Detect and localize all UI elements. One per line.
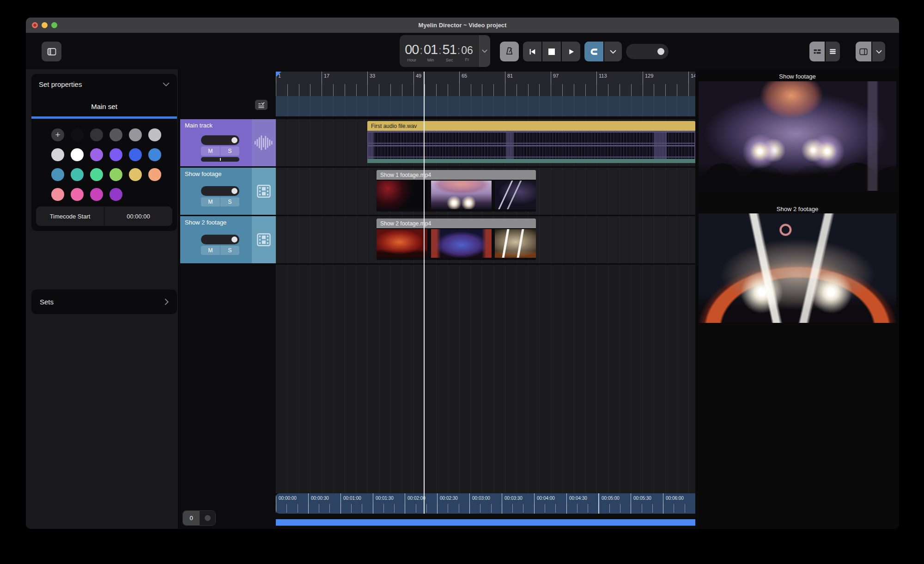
time-ruler[interactable]: 00:00:00 00:00:30 00:01:00 00:01:30 00:0… [276, 493, 695, 514]
video-thumbnail [495, 229, 536, 258]
film-icon [255, 231, 272, 248]
waveform-quiet-gap [367, 131, 374, 159]
preview-panel: Show footage Show 2 footage [695, 69, 899, 529]
time-label: 00:05:30 [633, 496, 651, 501]
track-header-show2[interactable]: Show 2 footage M S [180, 216, 276, 263]
time-label: 00:04:30 [569, 496, 587, 501]
time-label: 00:03:00 [472, 496, 490, 501]
playhead[interactable] [424, 72, 425, 514]
volume-slider[interactable] [201, 235, 239, 244]
volume-knob[interactable] [231, 137, 237, 143]
ruler-label: 81 [507, 73, 513, 79]
track-name: Main track [185, 122, 213, 129]
track-type-strip [252, 216, 276, 263]
thumbnail-strip [377, 228, 536, 259]
waveform-quiet-gap [654, 131, 667, 159]
zoom-slider[interactable] [200, 511, 215, 525]
volume-slider[interactable] [201, 135, 239, 145]
pan-slider[interactable] [201, 157, 239, 162]
preview-image-show-footage [699, 81, 896, 191]
ruler-label: 129 [645, 73, 653, 79]
time-ruler-minor-ticks [276, 504, 695, 513]
ruler-label: 33 [370, 73, 375, 79]
loop-range-bar[interactable] [276, 96, 695, 116]
audio-clip[interactable]: First audio file.wav [367, 121, 695, 165]
clip-name: First audio file.wav [371, 123, 417, 129]
mute-button[interactable]: M [201, 246, 220, 255]
volume-knob[interactable] [231, 188, 237, 194]
zoom-knob[interactable] [205, 515, 211, 521]
track-header-main[interactable]: Main track M S [180, 119, 276, 166]
waveform-channel-left-sub [368, 144, 694, 145]
solo-button[interactable]: S [220, 246, 239, 255]
solo-button[interactable]: S [220, 197, 239, 206]
waveform-quiet-gap [506, 131, 514, 159]
film-icon [255, 183, 272, 200]
preview-image-show2-footage [699, 213, 896, 323]
app-window: Myelin Director ~ Video project 00Hour :… [26, 18, 899, 529]
clip-title-bar[interactable]: Show 2 footage.mp4 [377, 218, 536, 228]
automation-toggle-button[interactable] [255, 100, 267, 110]
horizontal-scrollbar[interactable] [276, 519, 697, 526]
timeline-zoom-control[interactable]: 0 [182, 510, 216, 526]
clip-title-bar[interactable]: First audio file.wav [367, 121, 695, 131]
bars-ruler[interactable]: 1 17 33 49 65 81 97 113 129 145 [276, 72, 695, 96]
time-label: 00:03:30 [505, 496, 523, 501]
ruler-label: 65 [462, 73, 467, 79]
time-label: 00:04:00 [537, 496, 555, 501]
thumbnail-strip [377, 180, 536, 210]
track-name: Show footage [185, 170, 222, 177]
waveform-channel-left [368, 133, 694, 143]
ruler-label: 17 [324, 73, 329, 79]
time-label: 00:01:30 [376, 496, 394, 501]
mute-button[interactable]: M [201, 146, 220, 156]
video-clip-show1[interactable]: Show 1 footage.mp4 [377, 170, 536, 212]
automation-icon [257, 102, 265, 109]
time-label: 00:00:00 [279, 496, 297, 501]
volume-slider[interactable] [201, 186, 239, 196]
timeline-grid-area[interactable] [276, 265, 695, 493]
video-thumbnail [431, 229, 492, 258]
track-header-show1[interactable]: Show footage M S [180, 168, 276, 215]
video-thumbnail [431, 181, 492, 209]
time-label: 00:00:30 [311, 496, 329, 501]
waveform-area [367, 131, 695, 159]
video-clip-show2[interactable]: Show 2 footage.mp4 [377, 218, 536, 260]
track-type-strip [252, 168, 276, 215]
time-label: 00:01:00 [343, 496, 361, 501]
video-thumbnail [377, 181, 427, 209]
ruler-label: 97 [553, 73, 559, 79]
ruler-label: 49 [416, 73, 421, 79]
audio-waveform-icon [254, 134, 274, 152]
mute-button[interactable]: M [201, 197, 220, 206]
mute-solo-group: M S [201, 197, 239, 206]
zoom-value: 0 [183, 511, 200, 525]
preview-title: Show 2 footage [699, 206, 896, 212]
ruler-start-marker[interactable] [276, 72, 281, 77]
mute-solo-group: M S [201, 146, 239, 156]
preview-title: Show footage [699, 73, 896, 80]
track-type-strip [252, 119, 276, 166]
volume-knob[interactable] [231, 237, 237, 243]
video-thumbnail [377, 229, 427, 258]
time-label: 00:06:00 [666, 496, 684, 501]
waveform-channel-right [368, 146, 694, 157]
video-thumbnail [495, 181, 536, 209]
mute-solo-group: M S [201, 246, 239, 255]
time-label: 00:05:00 [602, 496, 620, 501]
ruler-minor-ticks [276, 84, 695, 96]
pan-center-tick [220, 158, 221, 161]
solo-button[interactable]: S [220, 146, 239, 156]
time-label: 00:02:30 [440, 496, 458, 501]
clip-footer-strip [367, 159, 695, 163]
time-label: 00:02:00 [407, 496, 426, 501]
clip-title-bar[interactable]: Show 1 footage.mp4 [377, 170, 536, 180]
track-name: Show 2 footage [185, 219, 226, 226]
ruler-label: 113 [599, 73, 607, 79]
